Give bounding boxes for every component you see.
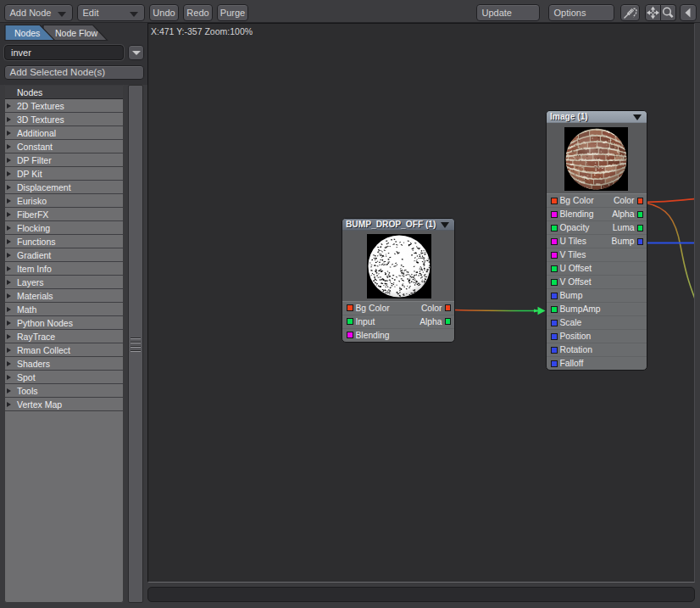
svg-text:Nodes: Nodes [14,28,40,38]
svg-text:Node Flow: Node Flow [55,28,98,38]
